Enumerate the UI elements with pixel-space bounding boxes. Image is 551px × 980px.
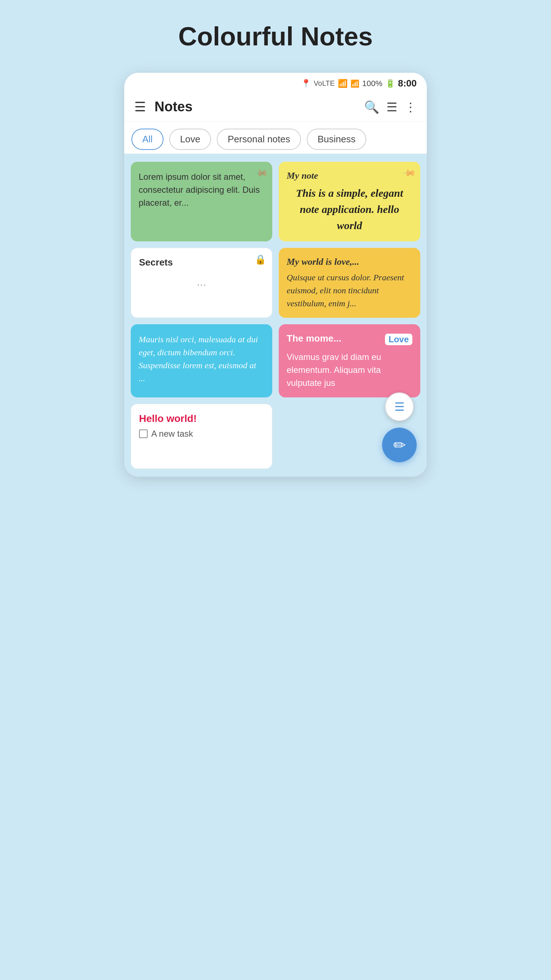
note-task-7: A new task	[139, 429, 264, 439]
task-text-7: A new task	[151, 429, 193, 439]
app-bar: ☰ Notes 🔍 ☰ ⋮	[124, 92, 427, 121]
note-body-4: Quisque ut cursus dolor. Praesent euismo…	[287, 271, 412, 310]
status-bar: 📍 VoLTE 📶 📶 100% 🔋 8:00	[124, 73, 427, 92]
note-tag-6: Love	[385, 334, 412, 345]
add-fab-icon: ✏	[393, 436, 406, 454]
tab-personal-notes[interactable]: Personal notes	[217, 129, 301, 150]
note-title-3: Secrets	[139, 257, 264, 268]
note-body-3: ...	[139, 275, 264, 289]
lock-icon-3: 🔒	[255, 254, 266, 265]
note-card-5[interactable]: Mauris nisl orci, malesuada at dui eget,…	[131, 324, 272, 398]
note-card-2[interactable]: 📌 My note This is a simple, elegant note…	[279, 162, 420, 242]
note-title-7: Hello world!	[139, 413, 264, 425]
task-checkbox-7[interactable]	[139, 430, 148, 438]
status-icons: 📍 VoLTE 📶 📶 100% 🔋 8:00	[301, 78, 417, 89]
note-title-4: My world is love,...	[287, 256, 412, 267]
phone-frame: 📍 VoLTE 📶 📶 100% 🔋 8:00 ☰ Notes 🔍 ☰ ⋮ Al…	[124, 73, 427, 477]
fab-container: ☰ ✏	[382, 392, 417, 462]
notes-grid: 📌 Lorem ipsum dolor sit amet, consectetu…	[124, 154, 427, 477]
note-card-1[interactable]: 📌 Lorem ipsum dolor sit amet, consectetu…	[131, 162, 272, 242]
search-button[interactable]: 🔍	[364, 100, 379, 114]
more-options-button[interactable]: ⋮	[405, 100, 417, 114]
page-title: Colourful Notes	[178, 22, 373, 51]
view-toggle-button[interactable]: ☰	[386, 100, 397, 114]
lte-icon: VoLTE	[314, 79, 335, 88]
note-body-6: Vivamus grav id diam eu elementum. Aliqu…	[287, 350, 412, 390]
status-time: 8:00	[398, 78, 417, 89]
battery-percent: 100%	[362, 79, 383, 88]
note-body-5: Mauris nisl orci, malesuada at dui eget,…	[139, 333, 264, 385]
tab-business[interactable]: Business	[307, 129, 367, 150]
location-icon: 📍	[301, 79, 311, 88]
note-card-7[interactable]: Hello world! A new task	[131, 404, 272, 469]
tab-love[interactable]: Love	[169, 129, 211, 150]
note-card-3[interactable]: Secrets 🔒 ...	[131, 248, 272, 318]
list-fab-icon: ☰	[394, 400, 405, 414]
note-title-row-6: The mome... Love	[287, 333, 412, 348]
note-title-2: My note	[287, 170, 412, 181]
notes-area: 📌 Lorem ipsum dolor sit amet, consectetu…	[124, 154, 427, 477]
add-note-fab-button[interactable]: ✏	[382, 428, 417, 462]
note-card-4[interactable]: My world is love,... Quisque ut cursus d…	[279, 248, 420, 318]
note-body-2: This is a simple, elegant note applicati…	[287, 185, 412, 234]
note-body-1: Lorem ipsum dolor sit amet, consectetur …	[139, 170, 264, 209]
list-fab-button[interactable]: ☰	[385, 392, 414, 421]
app-bar-title: Notes	[154, 99, 364, 115]
note-card-6[interactable]: The mome... Love Vivamus grav id diam eu…	[279, 324, 420, 398]
wifi-icon: 📶	[338, 79, 348, 88]
tab-all[interactable]: All	[132, 129, 164, 150]
menu-button[interactable]: ☰	[134, 99, 146, 115]
note-title-6: The mome...	[287, 333, 341, 344]
sim-icon: 📶	[350, 79, 359, 88]
app-bar-actions: 🔍 ☰ ⋮	[364, 100, 417, 114]
battery-icon: 🔋	[385, 79, 395, 88]
filter-tabs: All Love Personal notes Business	[124, 121, 427, 154]
